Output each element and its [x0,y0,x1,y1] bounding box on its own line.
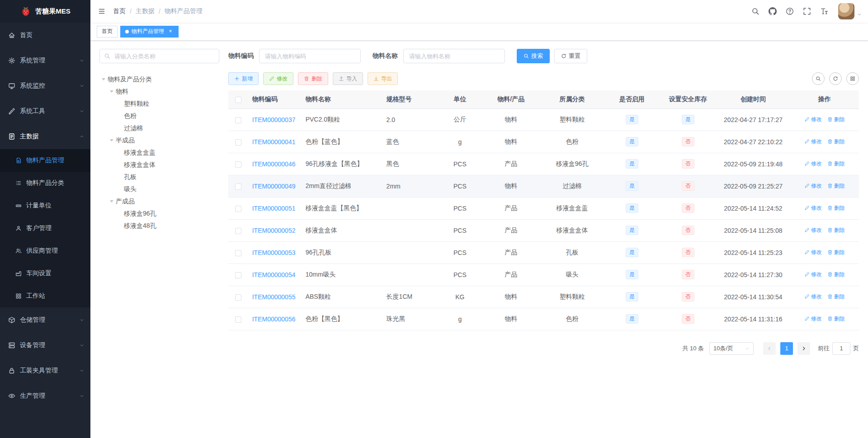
help-icon[interactable] [781,0,798,23]
category-search-input[interactable] [99,49,219,63]
avatar[interactable] [838,3,854,19]
tab-1[interactable]: 物料产品管理× [120,26,179,38]
tree-node[interactable]: 孔板 [99,171,219,183]
sidebar-subitem[interactable]: 车间设置 [0,262,90,285]
sidebar-item[interactable]: 系统管理 [0,48,90,73]
row-checkbox[interactable] [235,206,241,212]
next-page-button[interactable] [797,342,810,355]
sidebar-item[interactable]: 系统监控 [0,73,90,99]
sidebar-item[interactable]: 仓储管理 [0,307,90,333]
columns-button[interactable] [846,72,859,85]
cell-material-code[interactable]: ITEM00000056 [252,316,296,323]
tree-node[interactable]: 产成品 [99,195,219,207]
app-logo[interactable]: 苦糖果MES [0,0,90,23]
cell-material-code[interactable]: ITEM00000053 [252,249,296,256]
row-edit-link[interactable]: 修改 [804,116,822,123]
row-edit-link[interactable]: 修改 [804,138,822,146]
tree-node[interactable]: 移液盒48孔 [99,220,219,232]
tree-node[interactable]: 移液盒96孔 [99,207,219,220]
row-checkbox[interactable] [235,250,241,256]
row-checkbox[interactable] [235,139,241,146]
row-edit-link[interactable]: 修改 [804,315,822,323]
row-checkbox[interactable] [235,161,241,168]
row-checkbox[interactable] [235,272,241,278]
row-edit-link[interactable]: 修改 [804,249,822,256]
row-edit-link[interactable]: 修改 [804,226,822,234]
page-button-current[interactable]: 1 [780,342,793,355]
cell-material-code[interactable]: ITEM00000037 [252,116,296,123]
prev-page-button[interactable] [763,342,776,355]
cell-material-code[interactable]: ITEM00000049 [252,183,296,190]
add-button[interactable]: 新增 [228,72,259,85]
user-menu-caret-icon[interactable] [857,12,862,17]
cell-material-code[interactable]: ITEM00000052 [252,227,296,234]
row-delete-link[interactable]: 删除 [827,226,845,234]
sidebar-subitem[interactable]: 客户管理 [0,217,90,240]
material-name-input[interactable] [403,49,505,63]
delete-button[interactable]: 删除 [298,72,328,85]
edit-button[interactable]: 修改 [263,72,293,85]
sidebar-item[interactable]: 主数据 [0,124,90,149]
breadcrumb-item[interactable]: 主数据 [136,7,155,15]
row-edit-link[interactable]: 修改 [804,160,822,168]
tree-expand-caret-icon[interactable] [108,90,116,93]
sidebar-item[interactable]: 工装夹具管理 [0,358,90,383]
row-delete-link[interactable]: 删除 [827,116,845,123]
tree-node[interactable]: 过滤棉 [99,122,219,134]
reset-button[interactable]: 重置 [554,49,587,63]
tree-node[interactable]: 移液盒盒盖 [99,146,219,159]
row-delete-link[interactable]: 删除 [827,249,845,256]
tree-expand-caret-icon[interactable] [108,200,116,203]
cell-material-code[interactable]: ITEM00000055 [252,293,296,301]
row-edit-link[interactable]: 修改 [804,271,822,278]
row-delete-link[interactable]: 删除 [827,182,845,190]
row-delete-link[interactable]: 删除 [827,138,845,146]
row-delete-link[interactable]: 删除 [827,160,845,168]
cell-material-code[interactable]: ITEM00000054 [252,271,296,278]
tree-node[interactable]: 塑料颗粒 [99,98,219,110]
sidebar-subitem[interactable]: 供应商管理 [0,240,90,262]
sidebar-item[interactable]: 系统工具 [0,99,90,124]
tab-0[interactable]: 首页 [97,26,118,38]
row-delete-link[interactable]: 删除 [827,271,845,278]
tree-node[interactable]: 半成品 [99,134,219,146]
cell-material-code[interactable]: ITEM00000046 [252,160,296,168]
select-all-checkbox[interactable] [235,97,241,103]
github-icon[interactable] [764,0,781,23]
row-checkbox[interactable] [235,184,241,190]
sidebar-subitem[interactable]: 物料产品管理 [0,149,90,172]
hamburger-icon[interactable] [90,0,113,23]
export-button[interactable]: 导出 [368,72,398,85]
row-checkbox[interactable] [235,316,241,323]
material-code-input[interactable] [259,49,361,63]
cell-material-code[interactable]: ITEM00000041 [252,138,296,146]
row-checkbox[interactable] [235,294,241,301]
sidebar-item[interactable]: 设备管理 [0,333,90,358]
row-delete-link[interactable]: 删除 [827,293,845,301]
tree-node[interactable]: 物料及产品分类 [99,73,219,85]
font-size-icon[interactable] [816,0,833,23]
breadcrumb-item[interactable]: 首页 [113,7,126,15]
search-button[interactable]: 搜索 [517,49,550,63]
row-edit-link[interactable]: 修改 [804,293,822,301]
sidebar-subitem[interactable]: 工作站 [0,285,90,307]
row-edit-link[interactable]: 修改 [804,182,822,190]
row-delete-link[interactable]: 删除 [827,315,845,323]
goto-page-input[interactable] [832,342,850,355]
import-button[interactable]: 导入 [333,72,363,85]
row-checkbox[interactable] [235,117,241,123]
sidebar-item[interactable]: 生产管理 [0,383,90,409]
tree-expand-caret-icon[interactable] [99,78,108,80]
fullscreen-icon[interactable] [798,0,816,23]
tab-close-icon[interactable]: × [167,28,174,35]
tree-node[interactable]: 物料 [99,85,219,98]
toggle-search-button[interactable] [812,72,825,85]
tree-node[interactable]: 色粉 [99,110,219,122]
sidebar-subitem[interactable]: 计量单位 [0,194,90,217]
tree-expand-caret-icon[interactable] [108,139,116,141]
sidebar-subitem[interactable]: 物料产品分类 [0,172,90,194]
row-delete-link[interactable]: 删除 [827,204,845,212]
tree-node[interactable]: 移液盒盒体 [99,159,219,171]
tree-node[interactable]: 吸头 [99,183,219,195]
row-edit-link[interactable]: 修改 [804,204,822,212]
